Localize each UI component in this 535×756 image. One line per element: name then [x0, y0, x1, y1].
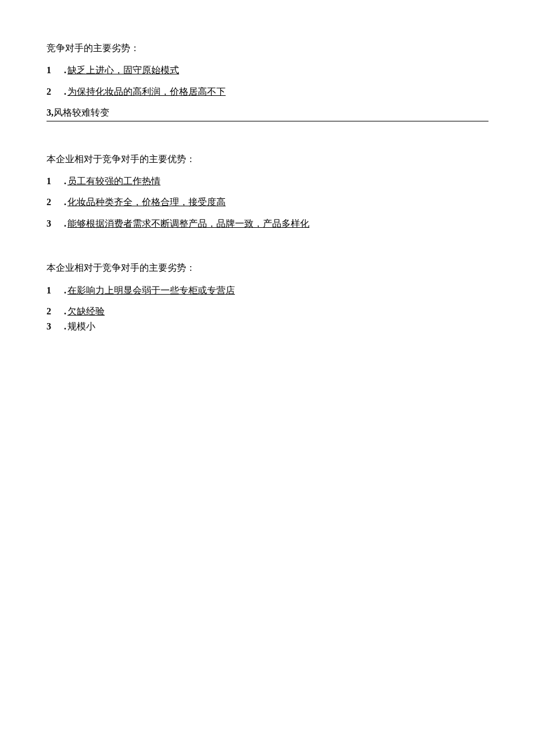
item-content: .能够根据消费者需求不断调整产品，品牌一致，产品多样化	[64, 217, 309, 230]
item-number: 3	[47, 320, 64, 333]
item-dot: .	[64, 65, 66, 75]
item-content: .员工有较强的工作热情	[64, 175, 160, 188]
section-our-weaknesses: 本企业相对于竞争对手的主要劣势： 1 .在影响力上明显会弱于一些专柜或专营店 2…	[47, 261, 488, 334]
item-number: 1	[47, 175, 64, 188]
item-dot: .	[64, 197, 66, 207]
item-text: 员工有较强的工作热情	[67, 176, 160, 186]
item-dot: .	[64, 306, 66, 316]
item-text: 为保持化妆品的高利润，价格居高不下	[67, 87, 226, 96]
list-item: 1 .员工有较强的工作热情	[47, 175, 488, 188]
section-heading: 竞争对手的主要劣势：	[47, 42, 488, 55]
item-text: 能够根据消费者需求不断调整产品，品牌一致，产品多样化	[67, 218, 309, 228]
item-content: .规模小	[64, 320, 95, 333]
item-content: .为保持化妆品的高利润，价格居高不下	[64, 85, 226, 98]
item-dot: .	[64, 218, 66, 228]
item-text: 在影响力上明显会弱于一些专柜或专营店	[67, 285, 235, 295]
item-text: 化妆品种类齐全，价格合理，接受度高	[67, 197, 226, 207]
item-text: 缺乏上进心，固守原始模式	[67, 65, 179, 75]
item-text: 规模小	[67, 321, 95, 331]
item-text: 风格较难转变	[54, 106, 109, 119]
item-number: 1	[47, 64, 64, 77]
document-content: 竞争对手的主要劣势： 1 .缺乏上进心，固守原始模式 2 .为保持化妆品的高利润…	[47, 42, 488, 334]
item-content: .缺乏上进心，固守原始模式	[64, 64, 179, 77]
section-competitor-weaknesses: 竞争对手的主要劣势： 1 .缺乏上进心，固守原始模式 2 .为保持化妆品的高利润…	[47, 42, 488, 121]
list-item: 3 .能够根据消费者需求不断调整产品，品牌一致，产品多样化	[47, 217, 488, 230]
item-dot: .	[64, 285, 66, 295]
list-item: 1 .缺乏上进心，固守原始模式	[47, 64, 488, 77]
item-number: 2	[47, 85, 64, 98]
list-item: 1 .在影响力上明显会弱于一些专柜或专营店	[47, 284, 488, 297]
item-content: .化妆品种类齐全，价格合理，接受度高	[64, 196, 226, 209]
item-content: .欠缺经验	[64, 305, 105, 318]
item-content: .在影响力上明显会弱于一些专柜或专营店	[64, 284, 235, 297]
section-heading: 本企业相对于竞争对手的主要优势：	[47, 153, 488, 166]
item-dot: .	[64, 321, 66, 331]
list-item-full-underline: 3,风格较难转变	[47, 106, 488, 121]
item-dot: .	[64, 87, 66, 96]
item-number: 3,	[47, 106, 54, 119]
item-number: 3	[47, 217, 64, 230]
list-item: 2 .为保持化妆品的高利润，价格居高不下	[47, 85, 488, 98]
section-heading: 本企业相对于竞争对手的主要劣势：	[47, 261, 488, 274]
item-dot: .	[64, 176, 66, 186]
item-number: 2	[47, 305, 64, 318]
item-text: 欠缺经验	[67, 306, 105, 316]
list-item: 2 .化妆品种类齐全，价格合理，接受度高	[47, 196, 488, 209]
section-our-advantages: 本企业相对于竞争对手的主要优势： 1 .员工有较强的工作热情 2 .化妆品种类齐…	[47, 153, 488, 231]
list-item: 3 .规模小	[47, 320, 488, 333]
item-number: 1	[47, 284, 64, 297]
list-item: 2 .欠缺经验	[47, 305, 488, 318]
item-number: 2	[47, 196, 64, 209]
